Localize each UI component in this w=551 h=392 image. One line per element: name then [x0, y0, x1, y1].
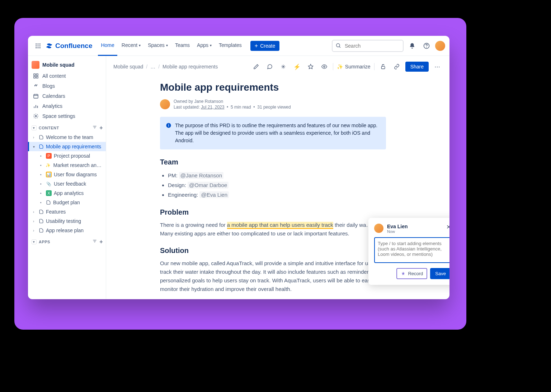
svg-point-9	[336, 43, 340, 47]
tree-feedback[interactable]: •📎User feedback	[28, 179, 106, 188]
svg-point-24	[35, 115, 37, 117]
highlighted-text[interactable]: a mobile app that can help users easily …	[227, 222, 333, 229]
tree-analytics[interactable]: •XApp analytics	[28, 188, 106, 198]
nav-templates[interactable]: Templates	[216, 36, 245, 56]
sidebar-settings[interactable]: Space settings	[28, 111, 106, 121]
link-icon[interactable]	[392, 62, 402, 72]
tree-market[interactable]: •✨Market research and co…	[28, 161, 106, 170]
space-name: Mobile squad	[42, 62, 74, 68]
mention-pm[interactable]: @Jane Rotanson	[179, 172, 223, 179]
comment-time: Now	[387, 229, 408, 234]
svg-rect-15	[34, 76, 36, 78]
sidebar: Mobile squad All content Blogs Calendars…	[28, 56, 106, 299]
svg-point-32	[324, 66, 325, 67]
svg-rect-33	[381, 66, 385, 69]
summarize-button[interactable]: ✨Summarize	[337, 64, 371, 70]
app-switcher-icon[interactable]	[32, 40, 44, 52]
brand-name: Confluence	[55, 42, 92, 50]
nav-recent[interactable]: Recent▾	[119, 36, 143, 56]
sparkle-icon: ✨	[45, 162, 51, 168]
section-problem: Problem	[160, 208, 386, 216]
tree-features[interactable]: ›Features	[28, 207, 106, 216]
tree-budget[interactable]: •Budget plan	[28, 198, 106, 207]
sidebar-calendars[interactable]: Calendars	[28, 91, 106, 101]
commenter-avatar	[374, 224, 383, 233]
breadcrumb: Mobile squad/ …/ Mobile app requirements	[113, 64, 218, 70]
svg-line-10	[339, 46, 340, 47]
section-team: Team	[160, 158, 386, 166]
tree-userflow[interactable]: •📊User flow diagrams	[28, 170, 106, 179]
confluence-logo[interactable]: Confluence	[45, 42, 92, 50]
content-area: Mobile squad/ …/ Mobile app requirements…	[106, 56, 449, 299]
breadcrumb-page[interactable]: Mobile app requirements	[163, 64, 218, 70]
solution-text: Our new mobile app, called AquaTrack, wi…	[160, 259, 386, 293]
more-icon[interactable]: ⋯	[432, 62, 442, 72]
tree-proposal[interactable]: •PProject proposal	[28, 151, 106, 161]
svg-point-7	[38, 47, 39, 48]
topbar: Confluence Home Recent▾ Spaces▾ Teams Ap…	[28, 36, 449, 56]
close-icon[interactable]: ✕	[446, 224, 449, 230]
svg-point-4	[38, 45, 39, 46]
svg-point-2	[39, 43, 41, 44]
section-solution: Solution	[160, 247, 386, 255]
tree-usability[interactable]: ›Usability testing	[28, 216, 106, 226]
filter-icon[interactable]	[92, 125, 97, 131]
breadcrumb-middle[interactable]: …	[150, 64, 155, 70]
search-box	[332, 40, 404, 52]
add-icon[interactable]: +	[99, 239, 103, 245]
info-panel: The purpose of this PRD is to outline th…	[160, 117, 386, 149]
svg-rect-16	[36, 76, 38, 78]
owner-avatar[interactable]	[160, 99, 170, 109]
updated-date[interactable]: Jul 21, 2023	[201, 105, 224, 110]
tree-requirements[interactable]: ▾Mobile app requirements	[28, 142, 106, 151]
svg-rect-35	[168, 125, 169, 127]
svg-point-6	[36, 47, 37, 48]
nav-home[interactable]: Home	[98, 36, 117, 56]
notifications-icon[interactable]	[406, 40, 418, 52]
sidebar-all-content[interactable]: All content	[28, 71, 106, 81]
tree-welcome[interactable]: ›Welcome to the team	[28, 133, 106, 142]
chevron-down-icon[interactable]: ▾	[32, 125, 37, 130]
add-icon[interactable]: +	[99, 125, 103, 131]
info-icon	[166, 123, 171, 144]
comment-input[interactable]	[374, 237, 449, 263]
feedback-icon: 📎	[46, 181, 52, 187]
space-icon	[32, 61, 39, 69]
nav-apps[interactable]: Apps▾	[194, 36, 215, 56]
tree-release[interactable]: ›App release plan	[28, 226, 106, 235]
chevron-down-icon[interactable]: ▾	[32, 239, 37, 244]
problem-text: There is a growing need for a mobile app…	[160, 221, 386, 238]
breadcrumb-space[interactable]: Mobile squad	[113, 64, 143, 70]
space-header[interactable]: Mobile squad	[28, 59, 106, 71]
sidebar-analytics[interactable]: Analytics	[28, 101, 106, 111]
search-icon	[335, 43, 341, 50]
svg-point-3	[36, 45, 37, 46]
nav-teams[interactable]: Teams	[172, 36, 193, 56]
star-icon[interactable]	[306, 62, 316, 72]
sidebar-blogs[interactable]: Blogs	[28, 81, 106, 91]
mention-design[interactable]: @Omar Darboe	[188, 182, 229, 188]
filter-icon[interactable]	[92, 239, 97, 245]
app-window: Confluence Home Recent▾ Spaces▾ Teams Ap…	[28, 36, 449, 299]
mention-eng[interactable]: @Eva Lien	[199, 191, 229, 198]
sparkle-icon[interactable]: ✳	[278, 62, 288, 72]
search-input[interactable]	[332, 40, 404, 52]
nav-spaces[interactable]: Spaces▾	[145, 36, 171, 56]
save-button[interactable]: Save	[430, 268, 449, 279]
record-button[interactable]: Record	[396, 268, 427, 279]
commenter-name: Eva Lien	[387, 224, 408, 229]
svg-point-36	[168, 124, 169, 125]
svg-point-12	[426, 47, 427, 47]
watch-icon[interactable]	[319, 62, 329, 72]
avatar[interactable]	[435, 41, 445, 51]
svg-point-1	[38, 43, 39, 44]
edit-icon[interactable]	[251, 62, 261, 72]
page-meta: Owned by Jane Rotanson Last updated: Jul…	[160, 99, 386, 110]
help-icon[interactable]	[421, 40, 432, 52]
share-button[interactable]: Share	[405, 62, 429, 72]
svg-marker-31	[308, 64, 313, 69]
lock-icon[interactable]	[378, 62, 388, 72]
bolt-icon[interactable]: ⚡	[292, 62, 302, 72]
create-button[interactable]: +Create	[250, 41, 279, 51]
comment-icon[interactable]	[265, 62, 275, 72]
